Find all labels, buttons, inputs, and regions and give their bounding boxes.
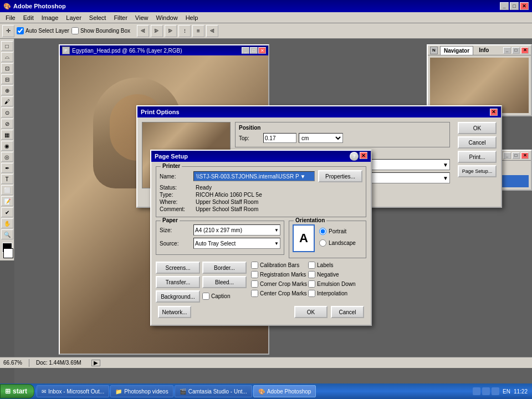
eyedropper-tool[interactable]: ✔ [1, 207, 13, 217]
doc-restore-btn[interactable]: □ [250, 47, 258, 54]
taskbar-item-1[interactable]: 📁 Photoshop videos [110, 385, 173, 397]
center-crop-marks-checkbox[interactable] [251, 290, 258, 297]
menu-window[interactable]: Window [153, 13, 181, 22]
ps-minimize-button[interactable]: _ [500, 2, 509, 10]
registration-marks-checkbox[interactable] [251, 271, 258, 278]
taskbar-item-2[interactable]: 🎬 Camtasia Studio - Unt... [175, 385, 252, 397]
clone-tool[interactable]: ⊙ [1, 108, 13, 117]
paper-orientation-row: Paper Size: A4 (210 x 297 mm) ▼ Source: [156, 221, 366, 258]
interpolation-checkbox[interactable] [308, 290, 315, 297]
menu-image[interactable]: Image [38, 13, 62, 22]
properties-button[interactable]: Properties... [318, 170, 362, 182]
navigator-restore-btn[interactable]: □ [512, 47, 520, 54]
network-button[interactable]: Network... [158, 306, 191, 318]
page-setup-close-btn[interactable]: ✕ [360, 152, 367, 159]
info-tab[interactable]: Info [475, 46, 492, 54]
unit-select[interactable]: cm [299, 133, 343, 143]
print-cancel-button[interactable]: Cancel [458, 136, 497, 149]
corner-crop-marks-checkbox[interactable] [251, 280, 258, 288]
print-page-setup-button[interactable]: Page Setup... [458, 165, 497, 177]
print-options-title: Print Options [141, 109, 180, 115]
crop-tool[interactable]: ⊡ [1, 63, 13, 73]
background-color[interactable] [3, 248, 13, 258]
background-button[interactable]: Background... [156, 290, 200, 303]
taskbar-language: EN [503, 388, 510, 395]
navigator-minimize-btn[interactable]: _ [503, 47, 511, 54]
align-middle-btn[interactable]: ≡ [192, 25, 204, 37]
menu-select[interactable]: Select [86, 13, 110, 22]
transfer-button[interactable]: Transfer... [156, 276, 200, 288]
auto-select-checkbox[interactable] [17, 27, 24, 34]
taskbar-item-0[interactable]: ✉ Inbox - Microsoft Out... [37, 385, 109, 397]
eraser-tool[interactable]: ⊘ [1, 119, 13, 129]
menu-file[interactable]: File [2, 13, 19, 22]
calibration-bars-checkbox[interactable] [251, 262, 258, 269]
align-left-btn[interactable]: ⫷ [137, 25, 149, 37]
page-setup-help-btn[interactable]: ? [350, 152, 359, 161]
top-input[interactable] [263, 133, 296, 143]
zoom-tool[interactable]: 🔍 [1, 229, 13, 239]
menu-filter[interactable]: Filter [110, 13, 130, 22]
taskbar-item-3[interactable]: 🎨 Adobe Photoshop [253, 385, 316, 397]
print-ok-button[interactable]: OK [458, 122, 497, 134]
ps-maximize-button[interactable]: □ [510, 2, 519, 10]
paper-size-dropdown[interactable]: A4 (210 x 297 mm) ▼ [193, 224, 280, 236]
statusbar-arrow[interactable]: ▶ [91, 360, 100, 366]
shape-tool[interactable]: ⬜ [1, 185, 13, 195]
border-button[interactable]: Border... [202, 262, 247, 274]
landscape-radio[interactable] [319, 239, 326, 247]
blur-tool[interactable]: ◉ [1, 141, 13, 151]
doc-close-btn[interactable]: ✕ [258, 47, 266, 54]
align-bottom-btn[interactable]: ⫷ [206, 25, 218, 37]
align-top-btn[interactable]: ⫶ [178, 25, 191, 37]
text-tool[interactable]: T [1, 174, 13, 184]
align-center-btn[interactable]: ⫸ [151, 25, 163, 37]
gradient-tool[interactable]: ▦ [1, 130, 13, 140]
bleed-button[interactable]: Bleed... [202, 276, 247, 288]
labels-row: Labels [308, 262, 364, 269]
menu-edit[interactable]: Edit [20, 13, 37, 22]
align-right-btn[interactable]: ⫸ [165, 25, 177, 37]
pen-tool[interactable]: ✒ [1, 163, 13, 173]
emulsion-down-checkbox[interactable] [308, 280, 315, 288]
slice-tool[interactable]: ⊟ [1, 74, 13, 84]
ps-app-icon: 🎨 [3, 3, 11, 10]
screens-button[interactable]: Screens... [156, 262, 200, 274]
notes-tool[interactable]: 📝 [1, 196, 13, 206]
portrait-option: Portrait [319, 228, 356, 235]
doc-minimize-btn[interactable]: _ [242, 47, 249, 54]
history-minimize-btn[interactable]: _ [503, 152, 511, 159]
healing-tool[interactable]: ⊕ [1, 85, 13, 95]
history-close-btn[interactable]: ✕ [521, 152, 529, 159]
start-button[interactable]: ⊞ start [0, 384, 34, 398]
bounding-box-checkbox[interactable] [71, 27, 79, 34]
hand-tool[interactable]: ✋ [1, 218, 13, 228]
print-options-close-btn[interactable]: ✕ [490, 109, 498, 116]
paper-source-dropdown[interactable]: Auto Tray Select ▼ [193, 238, 280, 249]
brush-tool[interactable]: 🖌 [1, 96, 13, 106]
printer-name-row: Name: \\STJ-SR-003.STJOHNS.internal\USSR… [160, 170, 362, 182]
print-print-button[interactable]: Print... [458, 151, 497, 163]
navigator-close-btn[interactable]: ✕ [521, 47, 529, 54]
paper-source-value: Auto Tray Select [195, 241, 236, 247]
auto-select-checkbox-group: Auto Select Layer [17, 27, 69, 34]
menu-layer[interactable]: Layer [63, 13, 85, 22]
move-tool-btn[interactable]: ✛ [2, 25, 14, 37]
type-value: RICOH Aficio 1060 PCL 5e [196, 192, 262, 198]
marquee-tool[interactable]: □ [1, 41, 13, 51]
dodge-tool[interactable]: ◎ [1, 152, 13, 162]
ps-close-button[interactable]: ✕ [520, 2, 529, 10]
labels-checkbox[interactable] [308, 262, 315, 269]
menu-help[interactable]: Help [182, 13, 202, 22]
page-setup-controls: ? ✕ [350, 152, 367, 161]
caption-checkbox[interactable] [202, 293, 209, 300]
interpolation-row: Interpolation [308, 290, 364, 297]
page-setup-cancel-button[interactable]: Cancel [331, 306, 364, 318]
history-restore-btn[interactable]: □ [512, 152, 520, 159]
menu-view[interactable]: View [132, 13, 152, 22]
negative-checkbox[interactable] [308, 271, 315, 278]
page-setup-ok-button[interactable]: OK [294, 306, 328, 318]
portrait-radio[interactable] [319, 228, 326, 235]
lasso-tool[interactable]: ⌓ [1, 52, 13, 62]
navigator-tab[interactable]: Navigator [440, 46, 473, 55]
